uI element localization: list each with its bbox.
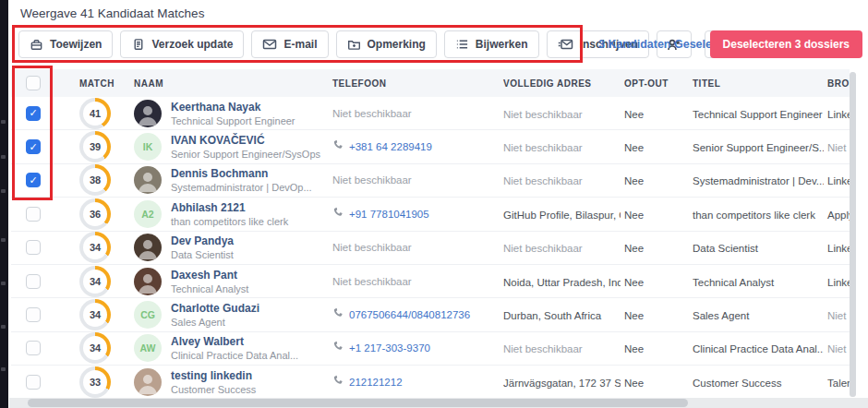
candidate-name[interactable]: Dennis Bochmann [171,167,312,180]
candidate-name[interactable]: Charlotte Gudazi [171,302,259,315]
vertical-scrollbar [850,72,856,397]
select-all-checkbox[interactable] [26,76,41,90]
title-value: Technical Support Engineer [693,109,823,120]
candidate-name[interactable]: testing linkedin [171,369,256,382]
avatar: AW [134,334,162,362]
phone-value[interactable]: +1 217-303-9370 [349,342,430,354]
table-row[interactable]: 34 CG Charlotte Gudazi Sales Agent 07675… [11,298,850,331]
optout-value: Nee [624,243,644,254]
row-checkbox[interactable] [26,274,41,289]
match-value: 38 [83,168,107,192]
header-match: MATCH [55,78,129,89]
phone-value[interactable]: +91 7781041905 [349,209,429,220]
sidebar-edge-fragment [1,282,6,285]
row-checkbox[interactable]: ✓ [26,139,41,154]
row-checkbox[interactable]: ✓ [26,106,41,121]
title-value: Sales Agent [693,310,749,321]
note-button-label: Opmerking [368,38,426,51]
candidate-name[interactable]: Daxesh Pant [171,269,248,282]
title-value: Systemadministrator | Dev... [693,175,824,186]
table-row[interactable]: 34 AW Alvey Walbert Clinical Practice Da… [11,332,850,366]
match-ring: 39 [79,131,111,162]
horizontal-scrollbar [9,398,868,408]
avatar [134,100,162,127]
candidate-role: Technical Analyst [171,283,248,294]
source-value: Niet beschikbaar [827,343,850,354]
match-ring: 34 [79,266,111,297]
phone-icon [332,206,344,222]
note-button[interactable]: Opmerking [336,30,437,58]
source-value: Apply Form [827,210,850,221]
phone-icon [332,374,344,390]
subscribe-icon [558,38,573,51]
candidate-matches-screen: Weergave 41 Kandidaat Matches Toewijzen … [0,0,868,408]
row-checkbox[interactable] [26,240,41,255]
optout-value: Nee [624,210,644,221]
match-ring: 41 [79,98,111,129]
row-checkbox[interactable]: ✓ [26,173,41,187]
address-value: Niet beschikbaar [503,243,583,254]
request-update-button[interactable]: Verzoek update [120,30,244,58]
candidate-name[interactable]: IVAN KOVAČEVIĆ [171,134,320,147]
avatar: IK [134,133,162,161]
header-telefoon: TELEFOON [328,78,499,89]
sidebar-edge-fragment [1,120,6,124]
address-value: Niet beschikbaar [503,142,583,153]
match-ring: 34 [79,332,111,364]
match-value: 34 [83,336,107,360]
table-row[interactable]: 34 Daxesh Pant Technical Analyst Niet be… [11,265,850,298]
phone-value[interactable]: 212121212 [349,377,403,388]
row-checkbox[interactable] [26,341,41,355]
row-checkbox[interactable] [26,375,41,390]
vertical-scrollbar-thumb[interactable] [850,72,856,397]
address-value: Järnvägsgatan, 172 37 Su... [503,378,621,389]
match-value: 34 [83,303,107,327]
candidate-name[interactable]: Alvey Walbert [171,335,298,348]
avatar [134,166,162,194]
email-button[interactable]: E-mail [251,30,328,58]
phone-value: Niet beschikbaar [332,242,412,253]
table-row[interactable]: ✓ 38 Dennis Bochmann Systemadministrator… [11,164,850,198]
table-header: MATCH NAAM TELEFOON VOLLEDIG ADRES OPT-O… [11,69,850,97]
update-button[interactable]: Bijwerken [444,30,539,58]
row-checkbox[interactable] [26,307,41,322]
candidate-name[interactable]: Keerthana Nayak [171,101,295,114]
phone-icon [332,340,344,356]
phone-value: Niet beschikbaar [332,174,412,186]
phone-value: Niet beschikbaar [332,108,412,119]
source-value: LinkedIn [827,243,850,254]
list-icon [455,38,469,51]
phone-value: Niet beschikbaar [332,276,412,287]
phone-value[interactable]: +381 64 2289419 [349,141,432,152]
address-value: Niet beschikbaar [503,175,583,186]
match-value: 39 [83,135,107,159]
header-optout: OPT-OUT [621,78,687,89]
table-row[interactable]: ✓ 41 Keerthana Nayak Technical Support E… [11,97,850,130]
address-value: Niet beschikbaar [503,343,583,354]
email-icon [262,38,277,51]
document-icon [131,38,145,52]
optout-value: Nee [624,310,644,321]
address-value: Durban, South Africa [503,310,601,321]
avatar: A2 [134,200,162,228]
header-adres: VOLLEDIG ADRES [499,78,621,89]
candidate-role: Senior Support Engineer/SysOps [171,149,320,160]
table-row[interactable]: 36 A2 Abhilash 2121 than competitors lik… [11,198,850,231]
horizontal-scrollbar-thumb[interactable] [28,399,688,407]
deselect-button[interactable]: Deselecteren 3 dossiers [710,30,862,58]
table-body: ✓ 41 Keerthana Nayak Technical Support E… [11,97,850,398]
candidate-name[interactable]: Dev Pandya [171,234,234,247]
assign-button-label: Toewijzen [50,38,102,51]
source-value: Niet beschikbaar [827,310,850,321]
table-row[interactable]: 34 Dev Pandya Data Scientist Niet beschi… [11,232,850,265]
row-checkbox[interactable] [26,207,41,222]
sidebar-edge [0,0,8,408]
table-row[interactable]: ✓ 39 IK IVAN KOVAČEVIĆ Senior Support En… [11,130,850,163]
phone-value[interactable]: 0767506644/0840812736 [349,309,470,320]
table-row[interactable]: 33 testing linkedin Customer Success 212… [11,366,850,398]
optout-value: Nee [624,109,644,120]
match-ring: 38 [79,164,111,196]
candidate-name[interactable]: Abhilash 2121 [171,201,288,214]
assign-button[interactable]: Toewijzen [18,30,113,58]
briefcase-icon [30,38,43,52]
